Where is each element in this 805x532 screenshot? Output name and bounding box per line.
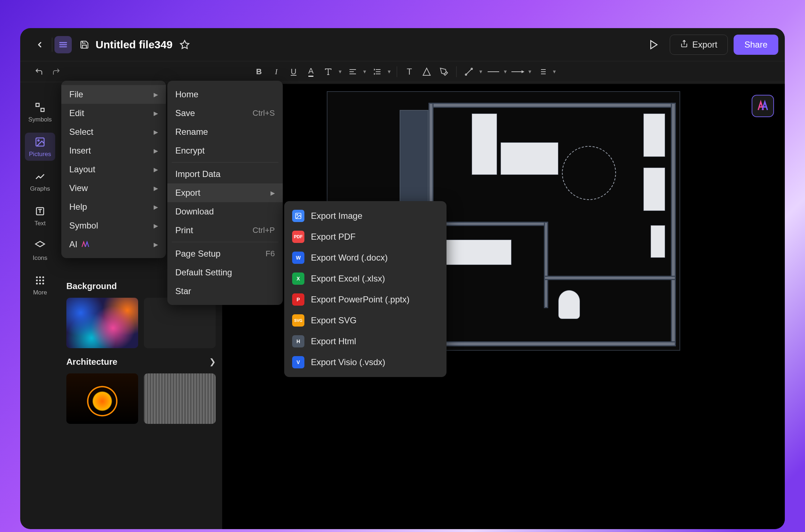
chevron-down-icon[interactable]: ▾ [478, 64, 484, 80]
export-svg[interactable]: SVGExport SVG [284, 310, 447, 331]
arrow-style-icon[interactable] [510, 64, 526, 80]
chevron-down-icon[interactable]: ▾ [551, 64, 558, 80]
chevron-down-icon[interactable]: ▾ [386, 64, 392, 80]
chevron-down-icon[interactable]: ▾ [361, 64, 368, 80]
pictures-icon [34, 136, 47, 148]
export-pdf[interactable]: PDFExport PDF [284, 226, 447, 247]
svg-marker-3 [181, 40, 189, 48]
menu-select[interactable]: Select▶ [61, 123, 166, 141]
text-transform-icon[interactable] [320, 64, 336, 80]
menu-import-data[interactable]: Import Data [167, 165, 283, 183]
svg-rect-24 [36, 103, 39, 107]
rail-label: Icons [33, 254, 48, 262]
pdf-format-icon: PDF [292, 231, 304, 243]
chevron-down-icon[interactable]: ▾ [337, 64, 343, 80]
rail-pictures[interactable]: Pictures [25, 133, 55, 161]
menu-page-setup[interactable]: Page SetupF6 [167, 244, 283, 263]
export-excel[interactable]: XExport Excel (.xlsx) [284, 268, 447, 289]
play-button[interactable] [645, 36, 663, 53]
rail-label: More [33, 289, 47, 296]
font-color-icon[interactable]: A [303, 64, 319, 80]
text-icon [34, 205, 47, 218]
rail-label: Graphs [30, 185, 50, 192]
chevron-right-icon: ▶ [154, 185, 158, 192]
menu-download[interactable]: Download [167, 202, 283, 221]
share-button[interactable]: Share [734, 35, 778, 55]
line-style-icon[interactable] [485, 64, 501, 80]
line-spacing-icon[interactable] [369, 64, 385, 80]
pen-icon[interactable] [436, 64, 452, 80]
star-icon[interactable] [177, 37, 192, 52]
rail-text[interactable]: Text [25, 202, 55, 230]
left-rail: Symbols Pictures Graphs Text Icons More [20, 84, 60, 529]
rail-symbols[interactable]: Symbols [25, 98, 55, 126]
export-html[interactable]: HExport Html [284, 331, 447, 352]
architecture-thumb[interactable] [144, 373, 216, 424]
connector-icon[interactable] [461, 64, 477, 80]
chevron-down-icon[interactable]: ▾ [527, 64, 533, 80]
ppt-format-icon: P [292, 293, 304, 306]
main-menu-button[interactable] [54, 36, 72, 53]
menu-edit[interactable]: Edit▶ [61, 104, 166, 123]
toolbar: B I U A ▾ ▾ ▾ T ▾ ▾ ▾ [20, 61, 785, 82]
document-title[interactable]: Untitled file349 [96, 39, 172, 51]
menu-help[interactable]: Help▶ [61, 198, 166, 216]
svg-marker-29 [36, 241, 45, 247]
menu-default-setting[interactable]: Default Setting [167, 263, 283, 282]
svg-marker-12 [423, 68, 430, 75]
underline-icon[interactable]: U [286, 64, 302, 80]
align-left-icon[interactable] [345, 64, 361, 80]
export-word[interactable]: WExport Word (.docx) [284, 247, 447, 268]
export-icon [680, 40, 688, 50]
svg-point-32 [42, 276, 44, 278]
background-thumb[interactable] [144, 298, 216, 348]
menu-separator [172, 242, 278, 242]
text-tool-icon[interactable]: T [401, 64, 417, 80]
menu-layout[interactable]: Layout▶ [61, 160, 166, 179]
menu-export[interactable]: Export▶ [167, 183, 283, 202]
rail-graphs[interactable]: Graphs [25, 167, 55, 195]
rail-icons[interactable]: Icons [25, 236, 55, 265]
save-icon[interactable] [77, 37, 92, 52]
editor-window: Untitled file349 Export Share B I U A ▾ … [20, 28, 785, 529]
file-submenu: Home SaveCtrl+S Rename Encrypt Import Da… [167, 81, 283, 305]
export-image[interactable]: Export Image [284, 205, 447, 226]
redo-icon[interactable] [48, 64, 64, 80]
menu-view[interactable]: View▶ [61, 179, 166, 198]
export-button[interactable]: Export [670, 35, 728, 55]
chevron-right-icon: ▶ [154, 166, 158, 173]
menu-ai[interactable]: AI ▶ [61, 235, 166, 254]
architecture-thumb[interactable] [66, 373, 138, 424]
menu-rename[interactable]: Rename [167, 123, 283, 141]
floorplan-drawing [428, 96, 676, 346]
menu-star[interactable]: Star [167, 282, 283, 301]
highlight-icon[interactable] [419, 64, 435, 80]
menu-insert[interactable]: Insert▶ [61, 141, 166, 160]
undo-icon[interactable] [31, 64, 47, 80]
image-format-icon [292, 210, 304, 222]
rail-more[interactable]: More [25, 271, 55, 299]
excel-format-icon: X [292, 272, 304, 285]
menu-symbol[interactable]: Symbol▶ [61, 216, 166, 235]
menu-encrypt[interactable]: Encrypt [167, 141, 283, 160]
menu-save[interactable]: SaveCtrl+S [167, 104, 283, 123]
chevron-right-icon[interactable]: ❯ [209, 357, 216, 367]
svg-point-37 [39, 283, 41, 284]
bold-icon[interactable]: B [251, 64, 267, 80]
svg-point-33 [36, 280, 38, 281]
svg-marker-4 [651, 40, 657, 49]
menu-home[interactable]: Home [167, 85, 283, 104]
more-icon [34, 274, 47, 287]
ai-assistant-badge[interactable] [752, 95, 774, 117]
list-icon[interactable] [535, 64, 550, 80]
menu-print[interactable]: PrintCtrl+P [167, 221, 283, 240]
back-button[interactable] [31, 36, 48, 53]
export-visio[interactable]: VExport Visio (.vsdx) [284, 352, 447, 373]
chevron-down-icon[interactable]: ▾ [502, 64, 509, 80]
italic-icon[interactable]: I [268, 64, 284, 80]
export-powerpoint[interactable]: PExport PowerPoint (.pptx) [284, 289, 447, 310]
svg-point-30 [36, 276, 38, 278]
background-thumb[interactable] [66, 298, 138, 348]
svg-point-27 [38, 140, 39, 141]
menu-file[interactable]: File▶ [61, 85, 166, 104]
